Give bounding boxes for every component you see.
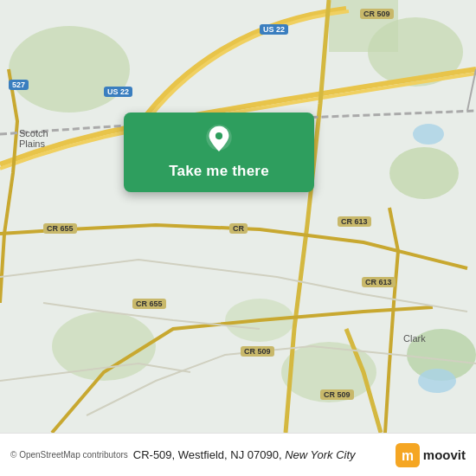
road-label-cr655-right: CR 655 <box>132 299 166 309</box>
location-info: © OpenStreetMap contributors CR-509, Wes… <box>10 448 356 461</box>
map-svg <box>0 0 476 433</box>
road-label-cr509-top: CR 509 <box>360 9 394 19</box>
take-me-there-button[interactable]: Take me there <box>169 163 269 180</box>
scotch-plains-label: ScotchPlains <box>19 128 48 149</box>
map-container: US 22 US 22 US 22 CR 509 CR 509 CR 509 C… <box>0 0 476 433</box>
popup-card: Take me there <box>124 113 314 192</box>
road-label-cr613-top: CR 613 <box>338 216 371 227</box>
svg-point-1 <box>9 26 130 113</box>
moovit-text: moovit <box>423 447 466 462</box>
road-label-us22-top: US 22 <box>260 24 288 35</box>
road-label-cr509-bot: CR 509 <box>241 346 274 357</box>
road-label-cr613-bot: CR 613 <box>362 277 396 287</box>
road-label-cr509-bot2: CR 509 <box>320 389 354 400</box>
svg-point-12 <box>215 132 222 139</box>
svg-point-3 <box>389 147 459 199</box>
road-label-us22-left: US 22 <box>104 87 132 97</box>
bottom-bar: © OpenStreetMap contributors CR-509, Wes… <box>0 433 476 476</box>
moovit-icon: m <box>396 443 420 467</box>
location-label: CR-509, Westfield, NJ 07090, New York Ci… <box>133 448 356 461</box>
moovit-logo: m moovit <box>396 443 466 467</box>
svg-point-9 <box>413 124 444 145</box>
road-label-527: 527 <box>9 80 29 90</box>
copyright-text: © OpenStreetMap contributors <box>10 450 128 460</box>
svg-point-10 <box>418 369 456 393</box>
map-pin-icon <box>203 125 235 156</box>
clark-label: Clark <box>403 333 426 344</box>
svg-text:m: m <box>402 448 414 463</box>
road-label-cr-mid2: CR <box>229 223 248 234</box>
road-label-cr655-mid: CR 655 <box>43 223 77 234</box>
